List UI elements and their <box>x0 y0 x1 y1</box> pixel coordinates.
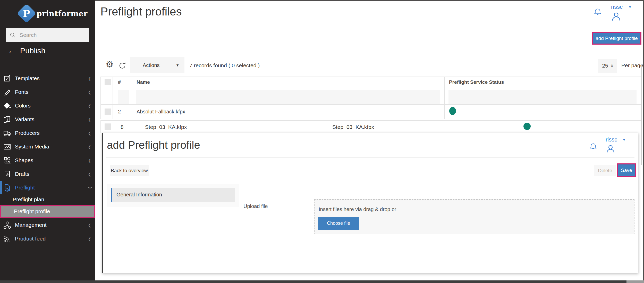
table-border <box>100 120 641 121</box>
table-border <box>444 77 445 119</box>
choose-file-button[interactable]: Choose file <box>318 217 359 230</box>
sidebar-item-colors[interactable]: Colors ‹ <box>0 99 95 112</box>
name-filter-input[interactable] <box>136 90 440 104</box>
table-border <box>100 104 641 105</box>
brand-name: printformer <box>37 9 88 18</box>
sidebar-item-drafts[interactable]: Drafts ‹ <box>0 167 95 181</box>
records-count: 7 records found ( 0 selected ) <box>189 62 260 69</box>
user-avatar-icon[interactable] <box>606 144 615 154</box>
sidebar-item-management[interactable]: Management ‹ <box>0 218 95 232</box>
select-all-checkbox[interactable] <box>105 79 111 85</box>
column-header-num[interactable]: # <box>118 79 121 85</box>
sidebar-item-templates[interactable]: Templates ‹ <box>0 71 95 85</box>
per-page-label: Per page <box>621 62 643 69</box>
actions-label: Actions <box>143 62 160 68</box>
sidebar-item-fonts[interactable]: Fonts ‹ <box>0 85 95 99</box>
sidebar-item-label: Fonts <box>15 89 29 95</box>
notifications-bell-icon[interactable] <box>593 8 602 16</box>
sidebar-item-label: Product feed <box>15 236 46 242</box>
sidebar-item-variants[interactable]: Variants ‹ <box>0 112 95 126</box>
chevron-left-icon: ‹ <box>88 73 91 83</box>
chevron-left-icon: ‹ <box>88 169 91 179</box>
stepper-icon[interactable]: ▲ ▼ <box>611 64 613 68</box>
templates-icon <box>3 74 11 82</box>
save-button[interactable]: Save <box>618 164 635 176</box>
refresh-icon[interactable] <box>118 61 127 70</box>
save-annotation: Save <box>617 163 636 177</box>
tab-label: General Information <box>116 192 162 198</box>
row-num: 8 <box>121 124 124 130</box>
sidebar-item-preflight-plan[interactable]: Preflight plan <box>0 194 95 205</box>
row-checkbox[interactable] <box>105 109 111 115</box>
table-border <box>117 120 117 133</box>
add-preflight-profile-button[interactable]: add Preflight profile <box>593 33 640 44</box>
table-border <box>641 77 641 119</box>
product-feed-icon <box>3 235 11 243</box>
modal-tab-panel: General Information <box>107 184 239 207</box>
header-divider <box>95 26 644 26</box>
sidebar-item-label: Variants <box>15 116 34 122</box>
printformer-logo[interactable]: P printformer <box>18 5 77 22</box>
chevron-left-icon: ‹ <box>88 220 91 230</box>
user-menu[interactable]: rissc ▼ <box>611 4 632 10</box>
row-name: Absolut Fallback.kfpx <box>137 109 185 115</box>
file-dropzone[interactable]: Insert files here via drag & drop or Cho… <box>314 199 634 234</box>
notifications-bell-icon[interactable] <box>589 143 597 151</box>
sidebar-item-label: Shapes <box>15 157 33 163</box>
drafts-icon <box>3 170 11 178</box>
row-num: 2 <box>118 109 121 115</box>
producers-icon <box>3 129 11 137</box>
column-header-name[interactable]: Name <box>137 79 150 85</box>
per-page-select[interactable]: 25 ▲ ▼ <box>598 59 617 73</box>
page-title: Preflight profiles <box>100 5 182 18</box>
vertical-scrollbar[interactable] <box>641 64 642 165</box>
printformer-logo-letter: P <box>20 6 33 21</box>
sidebar-item-label: Producers <box>15 130 40 136</box>
num-filter-input[interactable] <box>118 90 129 104</box>
stepper-down-icon[interactable]: ▼ <box>611 66 613 68</box>
search-input[interactable] <box>20 32 81 38</box>
back-to-overview-button[interactable]: Back to overview <box>110 165 149 176</box>
table-border <box>100 120 101 133</box>
actions-dropdown[interactable]: Actions ▼ <box>130 57 184 73</box>
back-arrow-icon: ← <box>8 47 15 55</box>
sidebar-item-product-feed[interactable]: Product feed ‹ <box>0 232 95 245</box>
caret-down-icon: ▼ <box>628 5 632 9</box>
per-page-value: 25 <box>602 63 608 69</box>
status-dot <box>523 123 531 130</box>
chevron-left-icon: ‹ <box>88 142 91 152</box>
column-header-status[interactable]: Preflight Service Status <box>449 79 504 85</box>
status-filter-input[interactable] <box>448 90 637 104</box>
sidebar-item-shapes[interactable]: Shapes ‹ <box>0 153 95 167</box>
chevron-left-icon: ‹ <box>88 155 91 165</box>
table-border <box>328 120 328 133</box>
sidebar-item-producers[interactable]: Producers ‹ <box>0 126 95 140</box>
management-icon <box>3 221 11 229</box>
chevron-left-icon: ‹ <box>88 101 91 111</box>
sidebar-back-publish[interactable]: ← Publish <box>8 46 45 55</box>
modal-title: add Preflight profile <box>107 139 200 151</box>
horizontal-scrollbar[interactable] <box>626 280 644 283</box>
sidebar-item-label: Colors <box>15 103 31 109</box>
table-border <box>132 77 132 119</box>
sidebar-item-label: System Media <box>15 144 49 150</box>
preflight-icon <box>3 184 11 192</box>
row-checkbox[interactable] <box>105 123 111 130</box>
user-avatar-icon[interactable] <box>611 11 621 22</box>
tab-general-information[interactable]: General Information <box>111 188 235 202</box>
delete-button[interactable]: Delete <box>594 165 616 176</box>
user-menu[interactable]: rissc ▼ <box>606 136 626 143</box>
sidebar-item-system-media[interactable]: System Media ‹ <box>0 140 95 153</box>
sidebar-item-preflight-profile[interactable]: Preflight profile <box>0 205 95 218</box>
username: rissc <box>611 4 623 10</box>
gear-icon[interactable]: ⚙ <box>106 60 113 69</box>
sidebar-item-label: Drafts <box>15 171 29 177</box>
sidebar-item-preflight[interactable]: Preflight ‹ <box>0 181 95 194</box>
caret-down-icon: ▼ <box>622 138 626 142</box>
modal-divider <box>106 157 634 158</box>
username: rissc <box>606 136 617 143</box>
sub-item-label: Preflight plan <box>13 196 44 203</box>
active-indicator <box>0 181 2 194</box>
row-display-name: Step_03_KA.kfpx <box>332 124 374 130</box>
upload-file-label: Upload file <box>243 203 268 209</box>
